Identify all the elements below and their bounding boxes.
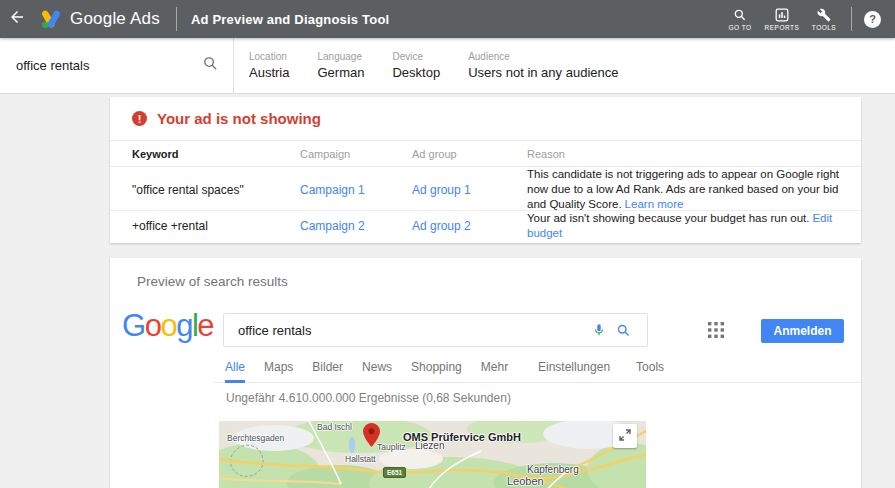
page-title: Ad Preview and Diagnosis Tool bbox=[191, 12, 389, 27]
tab-alle[interactable]: Alle bbox=[225, 355, 245, 383]
learn-more-link[interactable]: Learn more bbox=[625, 198, 684, 210]
diagnosis-panel: ! Your ad is not showing Keyword Campaig… bbox=[110, 97, 861, 243]
appbar-divider bbox=[176, 7, 177, 31]
device-label: Device bbox=[392, 51, 440, 62]
tab-tools[interactable]: Tools bbox=[636, 355, 664, 383]
diagnosis-table-header: Keyword Campaign Ad group Reason bbox=[110, 141, 861, 167]
ad-group-link[interactable]: Ad group 2 bbox=[412, 219, 527, 233]
microphone-icon[interactable] bbox=[587, 318, 611, 342]
table-row: +office +rental Campaign 2 Ad group 2 Yo… bbox=[110, 211, 861, 240]
column-reason: Reason bbox=[527, 148, 839, 160]
error-icon: ! bbox=[132, 111, 147, 126]
back-button[interactable] bbox=[0, 0, 34, 38]
reports-label: REPORTS bbox=[765, 24, 800, 31]
search-icon bbox=[733, 8, 747, 22]
audience-value[interactable]: Users not in any audience bbox=[468, 65, 618, 80]
bar-chart-icon bbox=[775, 8, 789, 22]
expand-icon bbox=[619, 427, 631, 445]
language-filter[interactable]: Language German bbox=[317, 51, 364, 80]
map-place-bad-ischl: Bad Ischl bbox=[317, 422, 352, 432]
google-apps-grid-icon[interactable] bbox=[707, 321, 725, 339]
language-label: Language bbox=[317, 51, 364, 62]
tools-button[interactable]: TOOLS bbox=[803, 0, 845, 38]
column-ad-group: Ad group bbox=[412, 148, 527, 160]
location-value[interactable]: Austria bbox=[249, 65, 289, 80]
device-filter[interactable]: Device Desktop bbox=[392, 51, 440, 80]
search-tabs: Alle Maps Bilder News Shopping Mehr bbox=[225, 355, 508, 383]
filter-bar: office rentals Location Austria Language… bbox=[0, 38, 895, 94]
search-tools-tabs: Einstellungen Tools bbox=[538, 355, 664, 383]
app-bar: Google Ads Ad Preview and Diagnosis Tool… bbox=[0, 0, 895, 38]
map-pin-label: OMS Prüfervice GmbH bbox=[403, 431, 521, 443]
logo-letter: g bbox=[176, 308, 192, 343]
google-logo: Google bbox=[122, 308, 213, 344]
keyword-cell: +office +rental bbox=[132, 219, 300, 233]
tools-label: TOOLS bbox=[812, 24, 836, 31]
search-query-value[interactable]: office rentals bbox=[238, 323, 587, 338]
google-ads-logo-icon bbox=[40, 8, 62, 30]
search-submit-icon[interactable] bbox=[611, 318, 635, 342]
tab-shopping[interactable]: Shopping bbox=[411, 355, 462, 383]
help-button[interactable]: ? bbox=[864, 11, 881, 28]
brand-name: Google Ads bbox=[70, 9, 160, 29]
ad-group-link[interactable]: Ad group 1 bbox=[412, 183, 527, 197]
map-place-leoben: Leoben bbox=[507, 475, 544, 487]
diagnosis-status: Your ad is not showing bbox=[157, 110, 321, 127]
map-road-badge: E651 bbox=[383, 467, 406, 478]
audience-filter[interactable]: Audience Users not in any audience bbox=[468, 51, 618, 80]
reports-button[interactable]: REPORTS bbox=[761, 0, 803, 38]
language-value[interactable]: German bbox=[317, 65, 364, 80]
map-preview[interactable]: Berchtesgaden Bad Ischl Hallstatt Taupli… bbox=[219, 421, 646, 488]
google-search-box[interactable]: office rentals bbox=[223, 313, 648, 347]
tab-mehr[interactable]: Mehr bbox=[481, 355, 508, 383]
appbar-divider-right bbox=[851, 7, 852, 31]
keyword-search-field[interactable]: office rentals bbox=[0, 38, 233, 93]
campaign-link[interactable]: Campaign 2 bbox=[300, 219, 412, 233]
location-filter[interactable]: Location Austria bbox=[249, 51, 289, 80]
help-icon: ? bbox=[869, 13, 876, 25]
map-pin-icon[interactable] bbox=[363, 423, 380, 451]
results-stats: Ungefähr 4.610.000.000 Ergebnisse (0,68 … bbox=[226, 391, 511, 405]
column-keyword: Keyword bbox=[132, 148, 300, 160]
map-place-kapfenberg: Kapfenberg bbox=[527, 464, 579, 475]
reason-text: Your ad isn't showing because your budge… bbox=[527, 212, 809, 224]
keyword-cell: "office rental spaces" bbox=[132, 183, 300, 197]
reason-cell: Your ad isn't showing because your budge… bbox=[527, 211, 839, 241]
audience-label: Audience bbox=[468, 51, 618, 62]
go-to-button[interactable]: GO TO bbox=[719, 0, 761, 38]
location-label: Location bbox=[249, 51, 289, 62]
map-place-berchtesgaden: Berchtesgaden bbox=[227, 433, 284, 443]
table-row: "office rental spaces" Campaign 1 Ad gro… bbox=[110, 167, 861, 211]
go-to-label: GO TO bbox=[728, 24, 751, 31]
logo-letter: o bbox=[145, 308, 161, 343]
device-value[interactable]: Desktop bbox=[392, 65, 440, 80]
tab-bilder[interactable]: Bilder bbox=[312, 355, 343, 383]
map-place-hallstatt: Hallstatt bbox=[345, 454, 376, 464]
search-icon[interactable] bbox=[202, 55, 219, 76]
map-place-tauplitz: Tauplitz bbox=[377, 442, 406, 452]
tab-news[interactable]: News bbox=[362, 355, 392, 383]
column-campaign: Campaign bbox=[300, 148, 412, 160]
tab-maps[interactable]: Maps bbox=[264, 355, 293, 383]
preview-panel-title: Preview of search results bbox=[137, 274, 288, 289]
campaign-link[interactable]: Campaign 1 bbox=[300, 183, 412, 197]
tab-einstellungen[interactable]: Einstellungen bbox=[538, 355, 610, 383]
logo-letter: G bbox=[122, 308, 145, 343]
logo-letter: o bbox=[160, 308, 176, 343]
logo-letter: e bbox=[197, 308, 213, 343]
reason-cell: This candidate is not triggering ads to … bbox=[527, 167, 839, 212]
wrench-icon bbox=[817, 8, 831, 22]
signin-button[interactable]: Anmelden bbox=[761, 319, 844, 343]
map-expand-button[interactable] bbox=[613, 424, 637, 448]
arrow-left-icon bbox=[8, 8, 26, 30]
keyword-search-value[interactable]: office rentals bbox=[16, 58, 202, 73]
search-preview-panel: Preview of search results Google office … bbox=[110, 258, 861, 488]
